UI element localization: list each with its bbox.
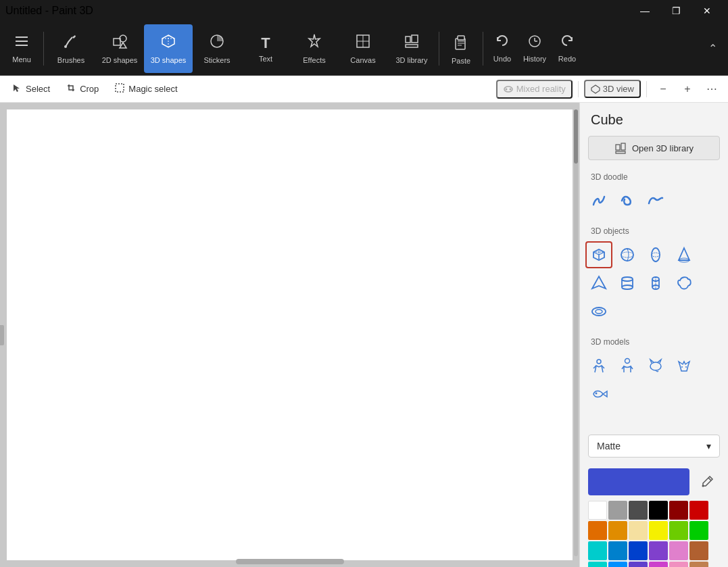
person2-button[interactable]	[614, 352, 641, 379]
color-swatch-red[interactable]	[689, 501, 708, 520]
color-swatch-cream[interactable]	[629, 521, 648, 540]
fish-button[interactable]	[585, 380, 612, 408]
color-swatch-darkred[interactable]	[669, 501, 688, 520]
color-swatch-mpurple[interactable]	[629, 562, 648, 567]
3d-library-icon	[404, 33, 420, 53]
svg-rect-12	[412, 35, 418, 43]
svg-rect-0	[16, 36, 28, 38]
cat-button[interactable]	[642, 352, 669, 379]
brushes-button[interactable]: Brushes	[47, 24, 95, 73]
vertical-scrollbar-thumb[interactable]	[574, 109, 578, 164]
3d-library-button[interactable]: 3D library	[387, 24, 436, 73]
select-button[interactable]: Select	[5, 80, 57, 97]
ovoid-button[interactable]	[642, 241, 669, 268]
pyramid-button[interactable]	[585, 270, 612, 297]
mixed-reality-button[interactable]: Mixed reality	[496, 80, 573, 99]
undo-button[interactable]: Undo	[486, 24, 518, 73]
color-swatch-dgray[interactable]	[629, 501, 648, 520]
drawing-canvas[interactable]	[7, 109, 573, 560]
maximize-button[interactable]: ❐	[660, 0, 691, 22]
3d-shapes-button[interactable]: 3D shapes	[144, 24, 193, 73]
color-swatch-tcyan[interactable]	[588, 562, 607, 567]
close-button[interactable]: ✕	[691, 0, 723, 22]
sec-separator	[578, 81, 579, 97]
redo-button[interactable]: Redo	[551, 24, 583, 73]
open-3d-library-button[interactable]: Open 3D library	[588, 136, 720, 160]
material-dropdown[interactable]: Matte ▾	[588, 435, 720, 458]
torus-button[interactable]	[585, 298, 612, 325]
color-swatch-dblue[interactable]	[629, 541, 648, 560]
canvas-button[interactable]: Canvas	[339, 24, 387, 73]
svg-rect-11	[406, 36, 410, 43]
zoom-in-button[interactable]: +	[677, 78, 698, 100]
magic-select-button[interactable]: Magic select	[108, 80, 184, 97]
color-swatch-pink[interactable]	[669, 541, 688, 560]
toolbar-separator-1	[43, 32, 44, 66]
color-swatch-lpink[interactable]	[669, 562, 688, 567]
paste-button[interactable]: Paste	[442, 24, 480, 73]
titlebar-title: Untitled - Paint 3D	[5, 5, 93, 17]
history-icon	[527, 34, 542, 52]
svg-point-33	[652, 253, 660, 257]
cylinder-button[interactable]	[614, 270, 641, 297]
3d-view-button[interactable]: 3D view	[584, 80, 641, 98]
doodle-shape-button[interactable]	[614, 187, 641, 214]
color-swatch-blue[interactable]	[608, 541, 627, 560]
menu-label: Menu	[12, 55, 31, 64]
doodle-wave-button[interactable]	[642, 187, 669, 214]
color-swatch-amber[interactable]	[608, 521, 627, 540]
history-label: History	[523, 55, 546, 63]
svg-rect-29	[616, 151, 625, 153]
material-label: Matte	[597, 441, 621, 451]
active-color-swatch[interactable]	[588, 468, 689, 495]
zoom-out-button[interactable]: −	[652, 78, 674, 100]
svg-point-50	[685, 366, 687, 368]
history-button[interactable]: History	[518, 24, 551, 73]
2d-shapes-button[interactable]: 2D shapes	[95, 24, 144, 73]
canvas-area[interactable]	[0, 103, 579, 567]
color-swatch-brown[interactable]	[689, 541, 708, 560]
menu-icon	[14, 34, 29, 53]
person1-button[interactable]	[585, 352, 612, 379]
section-3d-doodle-label: 3D doodle	[580, 168, 728, 187]
horizontal-scrollbar[interactable]	[236, 559, 344, 564]
magic-select-icon	[115, 83, 124, 95]
cone-button[interactable]	[671, 241, 698, 268]
titlebar-controls: — ❐ ✕	[629, 0, 723, 22]
cube-button[interactable]	[585, 241, 612, 268]
more-options-button[interactable]: ⋯	[701, 78, 723, 100]
stickers-button[interactable]: Stickers	[193, 24, 241, 73]
open-3d-library-label: Open 3D library	[632, 143, 694, 153]
collapse-toolbar-button[interactable]: ⌃	[706, 39, 720, 57]
section-3d-models-label: 3D models	[580, 333, 728, 352]
eyedropper-button[interactable]	[695, 470, 719, 494]
color-swatch-white[interactable]	[588, 501, 607, 520]
text-button[interactable]: T Text	[241, 24, 290, 73]
effects-button[interactable]: Effects	[290, 24, 339, 73]
color-swatch-black[interactable]	[649, 501, 668, 520]
sphere-button[interactable]	[614, 241, 641, 268]
fox-button[interactable]	[671, 352, 698, 379]
color-swatch-lblue[interactable]	[608, 562, 627, 567]
vertical-scrollbar[interactable]	[574, 109, 578, 556]
capsule-button[interactable]	[642, 270, 669, 297]
crop-button[interactable]: Crop	[59, 80, 105, 97]
effects-label: Effects	[303, 56, 325, 64]
color-swatch-green[interactable]	[689, 521, 708, 540]
menu-button[interactable]: Menu	[3, 24, 41, 73]
minimize-button[interactable]: —	[629, 0, 660, 22]
doodle-squiggle-button[interactable]	[585, 187, 612, 214]
color-swatch-yellow[interactable]	[649, 521, 668, 540]
titlebar: Untitled - Paint 3D — ❐ ✕	[0, 0, 728, 22]
color-swatch-purple[interactable]	[649, 541, 668, 560]
color-swatch-tan[interactable]	[689, 562, 708, 567]
color-swatch-lgray[interactable]	[608, 501, 627, 520]
canvas-label: Canvas	[350, 56, 375, 64]
color-swatch-cyan[interactable]	[588, 541, 607, 560]
color-swatch-magenta[interactable]	[649, 562, 668, 567]
text-label: Text	[259, 55, 272, 63]
svg-point-46	[597, 360, 601, 364]
color-swatch-lgreen[interactable]	[669, 521, 688, 540]
color-swatch-orange[interactable]	[588, 521, 607, 540]
blob-button[interactable]	[671, 270, 698, 297]
